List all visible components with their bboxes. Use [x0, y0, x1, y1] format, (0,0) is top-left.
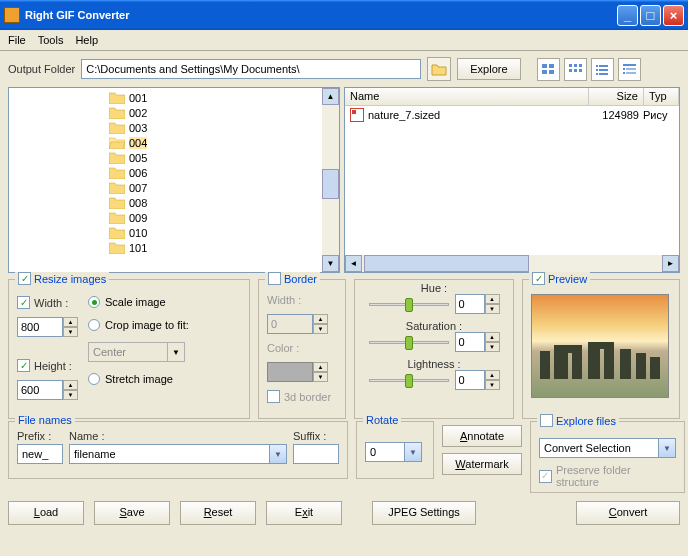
file-list[interactable]: Name Size Тур nature_7.sized 124989 Рису… [344, 87, 680, 273]
file-size: 124989 [584, 109, 639, 121]
view-small-icons-button[interactable] [564, 58, 587, 81]
folder-tree[interactable]: 001002003004005006007008009010101 ▲ ▼ [8, 87, 340, 273]
menu-file[interactable]: File [8, 34, 26, 46]
list-row[interactable]: nature_7.sized 124989 Рису [345, 106, 679, 123]
hue-label: Hue : [421, 282, 447, 294]
output-folder-input[interactable] [81, 59, 421, 79]
view-details-button[interactable] [618, 58, 641, 81]
explore-combo[interactable]: ▼ [539, 438, 676, 458]
output-folder-label: Output Folder [8, 63, 75, 75]
svg-rect-18 [626, 68, 636, 70]
minimize-button[interactable]: _ [617, 5, 638, 26]
lightness-label: Lightness : [407, 358, 460, 370]
lightness-slider[interactable] [369, 370, 449, 390]
crop-mode-combo[interactable]: ▼ [88, 342, 189, 362]
window-title: Right GIF Converter [25, 9, 130, 21]
scroll-left-icon[interactable]: ◄ [345, 255, 362, 272]
prefix-label: Prefix : [17, 430, 63, 442]
tree-item[interactable]: 003 [9, 120, 339, 135]
svg-rect-2 [542, 70, 547, 74]
prefix-input[interactable] [17, 444, 63, 464]
scroll-right-icon[interactable]: ► [662, 255, 679, 272]
svg-rect-13 [599, 69, 608, 71]
col-type[interactable]: Тур [644, 88, 679, 105]
tree-item[interactable]: 007 [9, 180, 339, 195]
preview-checkbox[interactable]: ✓Preview [529, 272, 590, 285]
suffix-input[interactable] [293, 444, 339, 464]
border-width-input: ▲▼ [267, 314, 337, 334]
svg-rect-1 [549, 64, 554, 68]
preserve-folder-checkbox: ✓Preserve folder structure [539, 464, 676, 488]
name-label: Name : [69, 430, 287, 442]
tree-item[interactable]: 101 [9, 240, 339, 255]
tree-scrollbar[interactable]: ▲ ▼ [322, 88, 339, 272]
width-input[interactable]: ▲▼ [17, 317, 78, 337]
reset-button[interactable]: Reset [180, 501, 256, 525]
name-combo[interactable]: ▼ [69, 444, 287, 464]
hue-input[interactable]: ▲▼ [455, 294, 500, 314]
scale-radio[interactable]: Scale image [88, 296, 189, 308]
menubar: File Tools Help [0, 30, 688, 51]
crop-radio[interactable]: Crop image to fit: [88, 319, 189, 331]
svg-rect-8 [574, 69, 577, 72]
height-checkbox[interactable]: ✓Height : [17, 359, 78, 372]
tree-item[interactable]: 008 [9, 195, 339, 210]
resize-group: ✓Resize images ✓Width : ▲▼ ✓Height : ▲▼ … [8, 279, 250, 419]
tree-item[interactable]: 006 [9, 165, 339, 180]
explore-group: Explore files ▼ ✓Preserve folder structu… [530, 421, 685, 493]
svg-rect-7 [569, 69, 572, 72]
menu-help[interactable]: Help [75, 34, 98, 46]
app-icon [4, 7, 20, 23]
border-checkbox[interactable]: Border [265, 272, 320, 285]
rotate-title: Rotate [363, 414, 401, 426]
load-button[interactable]: Load [8, 501, 84, 525]
tree-item[interactable]: 010 [9, 225, 339, 240]
col-name[interactable]: Name [345, 88, 589, 105]
view-large-icons-button[interactable] [537, 58, 560, 81]
annotate-button[interactable]: Annotate [442, 425, 522, 447]
svg-rect-16 [623, 64, 636, 66]
close-button[interactable]: × [663, 5, 684, 26]
svg-rect-14 [596, 73, 598, 75]
svg-rect-12 [596, 69, 598, 71]
resize-checkbox[interactable]: ✓Resize images [15, 272, 109, 285]
list-scrollbar[interactable]: ◄ ► [345, 255, 679, 272]
tree-item[interactable]: 001 [9, 90, 339, 105]
lightness-input[interactable]: ▲▼ [455, 370, 500, 390]
explore-files-checkbox[interactable]: Explore files [537, 414, 619, 427]
tree-item[interactable]: 002 [9, 105, 339, 120]
browse-folder-button[interactable] [427, 57, 451, 81]
explore-button[interactable]: Explore [457, 58, 520, 80]
exit-button[interactable]: Exit [266, 501, 342, 525]
image-file-icon [350, 108, 364, 122]
view-list-button[interactable] [591, 58, 614, 81]
svg-rect-10 [596, 65, 598, 67]
scroll-down-icon[interactable]: ▼ [322, 255, 339, 272]
tree-item[interactable]: 004 [9, 135, 339, 150]
menu-tools[interactable]: Tools [38, 34, 64, 46]
jpeg-settings-button[interactable]: JPEG Settings [372, 501, 476, 525]
svg-rect-0 [542, 64, 547, 68]
watermark-button[interactable]: Watermark [442, 453, 522, 475]
col-size[interactable]: Size [589, 88, 644, 105]
rotate-combo[interactable]: ▼ [365, 442, 425, 462]
stretch-radio[interactable]: Stretch image [88, 373, 189, 385]
svg-rect-6 [579, 64, 582, 67]
file-type: Рису [639, 109, 674, 121]
folder-icon [431, 62, 447, 76]
convert-button[interactable]: Convert [576, 501, 680, 525]
scroll-up-icon[interactable]: ▲ [322, 88, 339, 105]
saturation-slider[interactable] [369, 332, 449, 352]
saturation-input[interactable]: ▲▼ [455, 332, 500, 352]
scroll-thumb-h[interactable] [364, 255, 529, 272]
save-button[interactable]: Save [94, 501, 170, 525]
scroll-thumb[interactable] [322, 169, 339, 199]
svg-rect-4 [569, 64, 572, 67]
svg-rect-20 [626, 72, 636, 74]
tree-item[interactable]: 005 [9, 150, 339, 165]
height-input[interactable]: ▲▼ [17, 380, 78, 400]
maximize-button[interactable]: □ [640, 5, 661, 26]
width-checkbox[interactable]: ✓Width : [17, 296, 78, 309]
tree-item[interactable]: 009 [9, 210, 339, 225]
hue-slider[interactable] [369, 294, 449, 314]
